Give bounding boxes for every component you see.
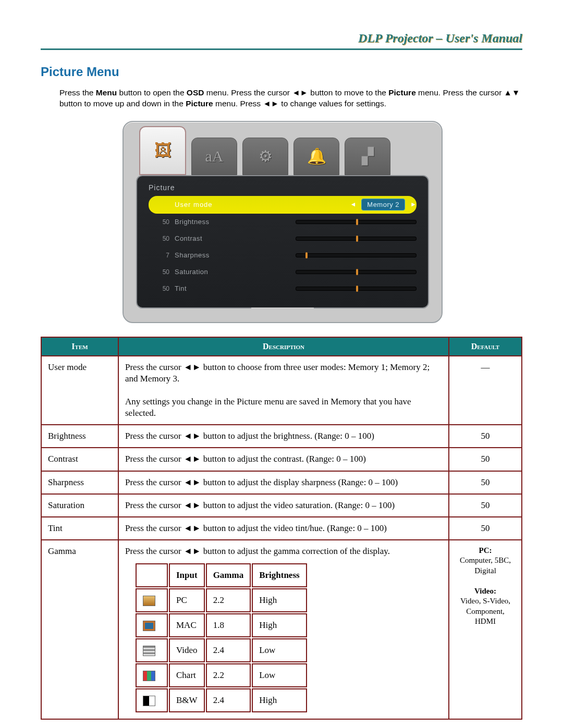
osd-screenshot: 🖼 aA ⚙ 🔔 ▞ Picture User mode ◄Memory 2► …: [123, 121, 443, 323]
slider[interactable]: [296, 220, 417, 224]
osd-row-brightness[interactable]: 50 Brightness: [149, 214, 417, 230]
squares-icon: ▞: [362, 147, 374, 165]
table-row: SaturationPress the cursor ◄► button to …: [41, 494, 522, 517]
tab-audio[interactable]: 🔔: [293, 138, 339, 175]
table-row: ContrastPress the cursor ◄► button to ad…: [41, 448, 522, 471]
gamma-subtable: InputGammaBrightness PC2.2High MAC1.8Hig…: [134, 562, 308, 714]
osd-usermode-value: Memory 2: [361, 199, 405, 211]
tab-setup[interactable]: aA: [191, 138, 237, 175]
tab-config[interactable]: ⚙: [242, 138, 288, 175]
slider[interactable]: [296, 237, 417, 241]
slider[interactable]: [296, 253, 417, 257]
chart-icon: [143, 671, 155, 681]
table-row: TintPress the cursor ◄► button to adjust…: [41, 517, 522, 540]
osd-row-tint[interactable]: 50 Tint: [149, 280, 417, 297]
intro-paragraph: Press the Menu button to open the OSD me…: [59, 88, 522, 109]
gear-icon: ⚙: [259, 147, 273, 165]
video-icon: [143, 646, 155, 656]
table-row: User mode Press the cursor ◄► button to …: [41, 356, 522, 425]
bell-icon: 🔔: [307, 147, 326, 165]
osd-label: User mode: [175, 201, 258, 208]
th-item: Item: [41, 337, 118, 356]
header-rule: [41, 48, 522, 50]
table-row-gamma: Gamma Press the cursor ◄► button to adju…: [41, 540, 522, 720]
table-row: BrightnessPress the cursor ◄► button to …: [41, 425, 522, 448]
picture-icon: 🖼: [154, 141, 172, 160]
tab-picture[interactable]: 🖼: [139, 126, 186, 175]
tab-status[interactable]: ▞: [345, 138, 390, 175]
th-desc: Description: [118, 337, 449, 356]
pc-icon: [143, 596, 155, 606]
mac-icon: [143, 621, 155, 631]
slider[interactable]: [296, 270, 417, 274]
th-default: Default: [449, 337, 522, 356]
table-row: SharpnessPress the cursor ◄► button to a…: [41, 471, 522, 494]
bw-icon: [143, 696, 155, 706]
text-icon: aA: [205, 147, 224, 165]
osd-title: Picture: [149, 183, 417, 192]
doc-title: DLP Projector – User's Manual: [41, 31, 522, 45]
osd-row-saturation[interactable]: 50 Saturation: [149, 264, 417, 280]
osd-row-sharpness[interactable]: 7 Sharpness: [149, 247, 417, 264]
osd-row-contrast[interactable]: 50 Contrast: [149, 230, 417, 247]
osd-row-usermode[interactable]: User mode ◄Memory 2►: [149, 196, 417, 214]
section-title: Picture Menu: [41, 65, 522, 79]
settings-table: Item Description Default User mode Press…: [41, 337, 522, 720]
slider[interactable]: [296, 287, 417, 291]
